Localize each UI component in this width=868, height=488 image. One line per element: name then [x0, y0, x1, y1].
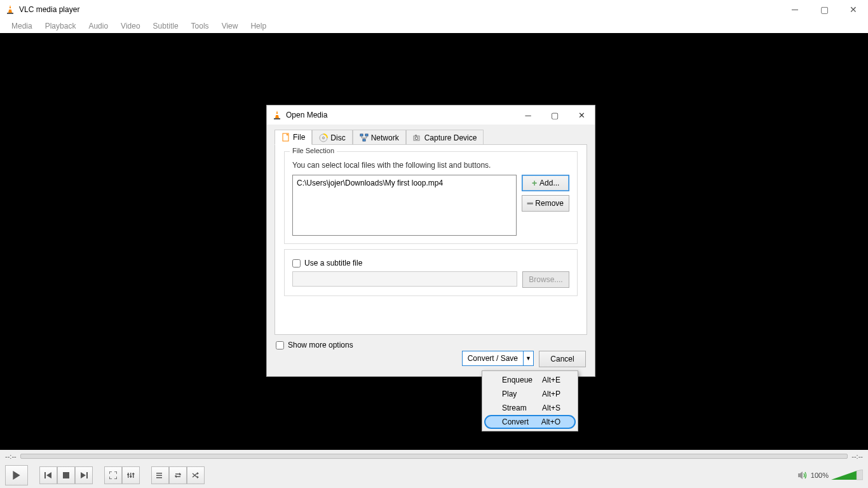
menu-subtitle[interactable]: Subtitle [147, 20, 185, 32]
tab-network-label: Network [371, 133, 399, 142]
dropdown-item-play[interactable]: Play Alt+P [484, 387, 576, 401]
dropdown-item-convert[interactable]: Convert Alt+O [484, 415, 576, 429]
file-selection-legend: File Selection [290, 147, 337, 154]
loop-button[interactable] [169, 466, 187, 484]
remove-button[interactable]: ━Remove [522, 195, 569, 212]
svg-marker-3 [13, 471, 20, 480]
convert-save-dropdown-arrow[interactable]: ▼ [524, 351, 534, 366]
menu-help[interactable]: Help [244, 20, 273, 32]
ext-settings-button[interactable] [122, 466, 140, 484]
window-title: VLC media player [19, 5, 79, 14]
tab-file[interactable]: File [275, 130, 312, 145]
file-list[interactable]: C:\Users\jojer\Downloads\My first loop.m… [292, 175, 517, 236]
volume-text: 100% [811, 471, 829, 479]
tab-disc[interactable]: Disc [312, 130, 352, 145]
menu-video[interactable]: Video [114, 20, 146, 32]
disc-icon [319, 133, 328, 142]
time-total: --:-- [851, 452, 863, 460]
svg-rect-8 [86, 472, 88, 478]
dropdown-shortcut: Alt+E [542, 376, 560, 384]
tab-network[interactable]: Network [353, 130, 406, 145]
svg-marker-24 [857, 470, 863, 480]
dropdown-label: Enqueue [502, 376, 532, 384]
svg-rect-14 [132, 473, 135, 475]
svg-rect-27 [274, 118, 280, 119]
subtitle-checkbox[interactable] [292, 259, 301, 268]
svg-marker-22 [798, 471, 803, 479]
dropdown-label: Stream [502, 403, 527, 412]
maximize-button[interactable]: ▢ [810, 0, 839, 19]
subtitle-path-input [292, 271, 517, 287]
prev-button[interactable] [39, 466, 57, 484]
svg-rect-15 [156, 473, 162, 474]
stop-button[interactable] [57, 466, 75, 484]
fullscreen-button[interactable] [104, 466, 122, 484]
close-button[interactable]: ✕ [839, 0, 868, 19]
dialog-titlebar: Open Media ─ ▢ ✕ [267, 105, 595, 125]
vlc-cone-icon [272, 110, 282, 120]
svg-rect-17 [156, 477, 162, 478]
subtitle-fieldset: Use a subtitle file Browse.... [284, 249, 578, 296]
next-button[interactable] [75, 466, 93, 484]
file-icon [281, 133, 290, 142]
dialog-close-button[interactable]: ✕ [568, 105, 595, 125]
titlebar: VLC media player ─ ▢ ✕ [0, 0, 868, 19]
show-more-checkbox[interactable] [276, 341, 284, 349]
seekbar[interactable] [20, 454, 848, 459]
dropdown-item-enqueue[interactable]: Enqueue Alt+E [484, 373, 576, 387]
play-button[interactable] [5, 465, 28, 485]
browse-button: Browse.... [522, 271, 569, 288]
svg-rect-12 [127, 474, 130, 475]
dropdown-item-stream[interactable]: Stream Alt+S [484, 401, 576, 415]
add-button-label: Add... [539, 179, 559, 187]
menu-media[interactable]: Media [5, 20, 39, 32]
dialog-title: Open Media [286, 111, 327, 119]
subtitle-checkbox-label: Use a subtitle file [304, 259, 362, 268]
menu-audio[interactable]: Audio [82, 20, 114, 32]
dialog-minimize-button[interactable]: ─ [515, 105, 541, 125]
svg-marker-23 [831, 471, 857, 480]
svg-rect-9 [128, 473, 129, 478]
svg-marker-7 [81, 472, 86, 478]
menu-playback[interactable]: Playback [39, 20, 83, 32]
dialog-maximize-button[interactable]: ▢ [541, 105, 568, 125]
svg-rect-32 [360, 134, 363, 136]
vlc-cone-icon [5, 4, 15, 15]
network-icon [360, 133, 369, 142]
dropdown-label: Convert [502, 417, 529, 426]
shuffle-button[interactable] [187, 466, 205, 484]
cancel-button[interactable]: Cancel [539, 351, 586, 367]
browse-button-label: Browse.... [529, 275, 562, 284]
minimize-button[interactable]: ─ [780, 0, 810, 19]
svg-point-37 [415, 137, 417, 139]
speaker-icon[interactable] [798, 471, 808, 480]
add-button[interactable]: +Add... [522, 175, 569, 191]
menu-tools[interactable]: Tools [185, 20, 215, 32]
svg-marker-21 [197, 476, 199, 478]
tab-file-label: File [293, 133, 305, 142]
convert-save-split-button[interactable]: Convert / Save ▼ [462, 351, 534, 367]
plus-icon: + [532, 178, 537, 188]
volume-slider[interactable] [831, 470, 863, 481]
cancel-button-label: Cancel [550, 355, 574, 363]
convert-save-dropdown: Enqueue Alt+E Play Alt+P Stream Alt+S Co… [482, 370, 578, 431]
svg-marker-20 [197, 472, 199, 475]
svg-rect-16 [156, 475, 162, 477]
open-media-dialog: Open Media ─ ▢ ✕ File Disc Network Captu… [266, 105, 595, 377]
menubar: Media Playback Audio Video Subtitle Tool… [0, 19, 868, 33]
convert-save-label: Convert / Save [468, 354, 518, 363]
svg-rect-6 [63, 472, 69, 478]
playlist-button[interactable] [151, 466, 169, 484]
window-controls: ─ ▢ ✕ [780, 0, 868, 19]
svg-rect-4 [44, 472, 46, 478]
file-selection-desc: You can select local files with the foll… [292, 161, 569, 170]
convert-save-button[interactable]: Convert / Save [462, 351, 524, 366]
svg-rect-1 [8, 8, 12, 10]
minus-icon: ━ [527, 198, 532, 208]
svg-marker-5 [46, 472, 51, 478]
bottom-controls: --:-- --:-- 100% [0, 450, 868, 488]
menu-view[interactable]: View [215, 20, 245, 32]
file-selection-fieldset: File Selection You can select local file… [284, 151, 578, 244]
file-list-item[interactable]: C:\Users\jojer\Downloads\My first loop.m… [297, 178, 512, 188]
tab-capture[interactable]: Capture Device [406, 130, 484, 145]
